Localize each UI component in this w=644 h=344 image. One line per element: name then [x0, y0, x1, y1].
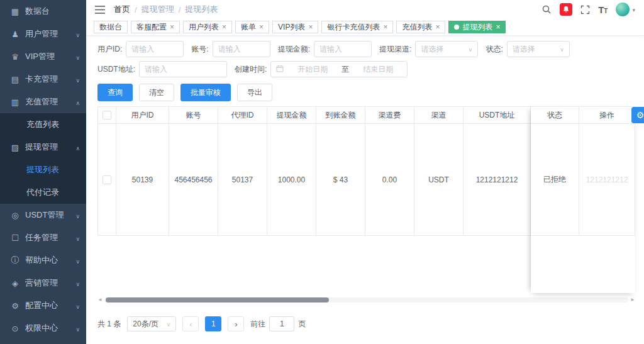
header-arrival-amount: 到账金额 [316, 106, 365, 124]
filter-status: 状态: 请选择 [486, 41, 569, 57]
table-fixed-right: 状态 操作 已拒绝 1212121212 [531, 106, 635, 293]
tab-dashboard[interactable]: 数据台 [94, 21, 128, 33]
withdraw-channel-select[interactable]: 请选择 [415, 41, 478, 57]
sidebar-item-card-recharge-mgmt[interactable]: 卡充管理 [0, 68, 86, 91]
current-page-button[interactable]: 1 [205, 316, 221, 331]
chevron-up-icon [75, 143, 80, 152]
chevron-down-icon [75, 52, 80, 62]
cell-usdt-address: 1212121212 [464, 124, 531, 236]
export-button[interactable]: 导出 [237, 84, 272, 101]
tab-vip-list[interactable]: VIP列表 [272, 21, 318, 33]
goto-page: 前往 页 [250, 316, 306, 331]
cell-arrival-amount: $ 43 [316, 124, 365, 236]
tags-view: 数据台 客服配置 用户列表 账单 VIP列表 银行卡充值列表 充值列表 提现列表 [86, 19, 644, 36]
select-all-checkbox[interactable] [103, 111, 111, 119]
chevron-down-icon [75, 233, 80, 243]
withdraw-submenu: 提现列表 代付记录 [0, 158, 86, 204]
table-row: 50139 456456456 50137 1000.00 $ 43 0.00 … [97, 124, 531, 236]
notification-bell-icon[interactable] [560, 3, 572, 16]
sidebar-item-payment-records[interactable]: 代付记录 [0, 181, 86, 204]
usdt-address-label: USDT地址: [97, 64, 135, 75]
status-placeholder: 请选择 [513, 44, 535, 55]
tab-user-list[interactable]: 用户列表 [183, 21, 232, 33]
sidebar-item-user-mgmt[interactable]: 用户管理 [0, 23, 86, 45]
sidebar-item-label: 数据台 [25, 6, 80, 17]
scroll-left-arrow-icon[interactable]: ◄ [97, 297, 103, 302]
table-main: 用户ID 账号 代理ID 提现金额 到账金额 渠道费 渠道 USDT地址 501… [97, 106, 531, 236]
header-channel-fee: 渠道费 [365, 106, 414, 124]
withdraw-amount-label: 提现金额: [278, 44, 310, 55]
sidebar-item-marketing-mgmt[interactable]: 营销管理 [0, 272, 86, 294]
status-select[interactable]: 请选择 [507, 41, 570, 57]
withdraw-table: 用户ID 账号 代理ID 提现金额 到账金额 渠道费 渠道 USDT地址 501… [97, 106, 635, 293]
header-select-cell [97, 106, 116, 124]
navbar-right [541, 3, 635, 16]
navbar: 首页 / 提现管理 / 提现列表 [86, 0, 644, 19]
fullscreen-icon[interactable] [580, 5, 590, 14]
sidebar-item-label: 帮助中心 [25, 255, 75, 266]
tab-bank-card-recharge-list[interactable]: 银行卡充值列表 [321, 21, 393, 33]
usdt-address-input[interactable] [139, 61, 227, 77]
sidebar-item-vip-mgmt[interactable]: VIP管理 [0, 45, 86, 68]
scrollbar-thumb[interactable] [106, 297, 329, 302]
user-avatar-menu[interactable] [616, 3, 635, 16]
clear-button[interactable]: 清空 [139, 84, 174, 101]
sidebar: 数据台 用户管理 VIP管理 卡充管理 充值管理 充值列表 提现管理 提现列表 … [0, 0, 86, 344]
sidebar-item-label: 提现列表 [26, 164, 80, 175]
tab-withdraw-list[interactable]: 提现列表 [448, 21, 506, 33]
start-date-placeholder: 开始日期 [289, 64, 336, 75]
calendar-icon [276, 65, 284, 74]
row-select-cell [97, 124, 116, 236]
filter-withdraw-amount: 提现金额: [278, 41, 372, 57]
tab-customer-service-config[interactable]: 客服配置 [131, 21, 180, 33]
table-settings-gear-icon[interactable] [631, 107, 644, 123]
breadcrumb-home[interactable]: 首页 [114, 4, 130, 15]
sidebar-collapse-icon[interactable] [95, 6, 105, 14]
header-agent-id: 代理ID [218, 106, 267, 124]
page-content: 用户ID: 账号: 提现金额: 提现渠道: 请选择 状态: [86, 36, 644, 344]
toolbar: 查询 清空 批量审核 导出 [97, 84, 635, 101]
withdraw-channel-label: 提现渠道: [379, 44, 411, 55]
sidebar-item-recharge-list[interactable]: 充值列表 [0, 113, 86, 136]
sidebar-item-config-center[interactable]: 配置中心 [0, 294, 86, 317]
cell-channel: USDT [414, 124, 464, 236]
pagination: 共 1 条 20条/页 ‹ 1 › 前往 页 [97, 316, 635, 331]
row-checkbox[interactable] [103, 175, 111, 184]
users-icon [10, 30, 20, 39]
sidebar-item-task-mgmt[interactable]: 任务管理 [0, 226, 86, 249]
filter-created-time: 创建时间: 开始日期 至 结束日期 [235, 61, 408, 77]
sidebar-item-label: 代付记录 [26, 187, 80, 198]
scrollbar-track[interactable] [104, 297, 628, 302]
search-button[interactable]: 查询 [97, 84, 133, 101]
chevron-down-icon [632, 5, 635, 14]
filter-user-id: 用户ID: [97, 41, 184, 57]
table-header: 用户ID 账号 代理ID 提现金额 到账金额 渠道费 渠道 USDT地址 [97, 106, 531, 124]
chevron-down-icon [167, 319, 171, 328]
tab-recharge-list[interactable]: 充值列表 [396, 21, 445, 33]
sidebar-item-usdt-mgmt[interactable]: USDT管理 [0, 204, 86, 226]
sidebar-item-dashboard[interactable]: 数据台 [0, 0, 86, 23]
chevron-down-icon [75, 324, 80, 333]
font-size-icon[interactable] [598, 4, 608, 15]
date-range-picker[interactable]: 开始日期 至 结束日期 [270, 61, 408, 77]
tab-bill[interactable]: 账单 [235, 21, 269, 33]
page-size-select[interactable]: 20条/页 [127, 316, 176, 331]
gear-icon [10, 301, 20, 311]
batch-review-button[interactable]: 批量审核 [180, 84, 231, 101]
breadcrumb-section: 提现管理 [142, 4, 174, 15]
scroll-right-arrow-icon[interactable]: ► [630, 297, 635, 302]
sidebar-item-withdraw-mgmt[interactable]: 提现管理 [0, 136, 86, 158]
search-icon[interactable] [541, 4, 552, 14]
sidebar-item-permission-center[interactable]: 权限中心 [0, 317, 86, 340]
next-page-button[interactable]: › [228, 316, 244, 331]
chevron-down-icon [75, 256, 80, 265]
prev-page-button[interactable]: ‹ [182, 316, 199, 331]
goto-page-input[interactable] [269, 316, 294, 331]
withdraw-amount-input[interactable] [314, 41, 372, 57]
sidebar-item-recharge-mgmt[interactable]: 充值管理 [0, 91, 86, 113]
sidebar-item-withdraw-list[interactable]: 提现列表 [0, 158, 86, 181]
sidebar-item-help-center[interactable]: 帮助中心 [0, 249, 86, 272]
user-id-input[interactable] [126, 41, 184, 57]
account-input[interactable] [213, 41, 270, 57]
sidebar-item-label: 任务管理 [25, 232, 75, 243]
